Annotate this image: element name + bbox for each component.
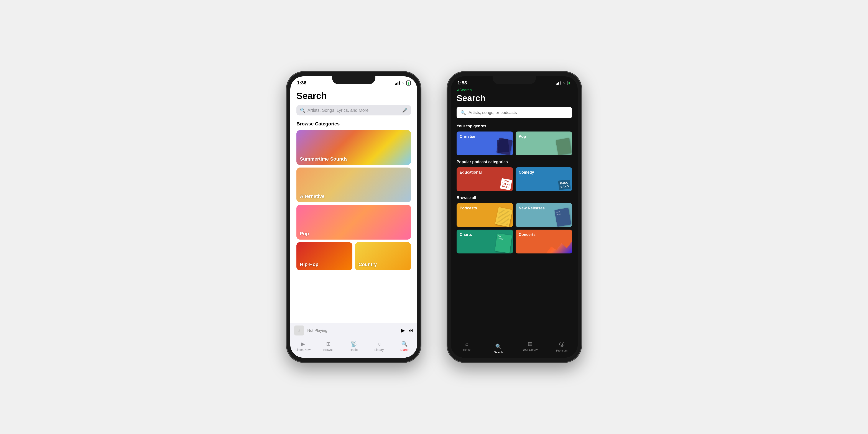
library-icon: ♫ <box>377 341 381 347</box>
category-hiphop[interactable]: Hip-Hop <box>297 242 352 270</box>
tab-search-label: Search <box>400 348 409 351</box>
sp-wifi-icon: ∿ <box>562 81 565 85</box>
sp-content: ◂ Search Search 🔍 Artists, songs, or pod… <box>451 88 578 258</box>
card-charts-label: Charts <box>460 232 472 237</box>
sp-tab-search-label: Search <box>494 351 503 354</box>
signal-icon <box>395 81 400 85</box>
apple-music-screen: 1:36 ∿ ▮ Search 🔍 Artists, Songs, Lyrics… <box>290 76 417 358</box>
back-arrow-icon: ◂ <box>457 88 459 92</box>
browse-all-label: Browse all <box>457 195 572 200</box>
category-summertime-label: Summertime Sounds <box>300 156 348 162</box>
sp-search-icon: 🔍 <box>461 110 466 115</box>
mini-player[interactable]: ♪ Not Playing ▶ ⏭ <box>290 323 417 338</box>
sp-tab-premium[interactable]: Ⓢ Premium <box>553 341 570 352</box>
battery-icon: ▮ <box>406 81 410 86</box>
microphone-icon: 🎤 <box>402 107 407 113</box>
search-icon: 🔍 <box>300 107 305 113</box>
wifi-icon: ∿ <box>401 81 405 85</box>
notch <box>493 76 536 84</box>
listen-now-icon: ▶ <box>301 341 305 347</box>
sp-search-tab-icon: 🔍 <box>495 343 502 349</box>
card-pop[interactable]: Pop <box>516 131 572 155</box>
am-content: Search 🔍 Artists, Songs, Lyrics, and Mor… <box>290 88 417 270</box>
tab-library-label: Library <box>374 348 384 351</box>
tab-listen-now[interactable]: ▶ Listen Now <box>294 341 312 351</box>
sp-tabbar: ⌂ Home 🔍 Search ▤ Your Library Ⓢ Premium <box>451 338 578 358</box>
card-comedy[interactable]: Comedy BANGBANG <box>516 167 572 191</box>
sp-status-icons: ∿ ▮ <box>556 81 571 85</box>
podcast-cats-label: Popular podcast categories <box>457 160 572 164</box>
sp-status-time: 1:53 <box>458 80 467 86</box>
tab-search[interactable]: 🔍 Search <box>396 341 413 351</box>
category-country[interactable]: Country <box>355 242 411 270</box>
sp-tab-library[interactable]: ▤ Your Library <box>522 341 539 351</box>
category-country-label: Country <box>359 262 377 267</box>
card-new-releases[interactable]: New Releases NewMusic <box>516 203 572 227</box>
card-concerts-label: Concerts <box>519 232 535 237</box>
sp-tab-premium-label: Premium <box>556 349 567 352</box>
ted-talks-badge: TEDTALKSDAILY <box>500 178 512 190</box>
status-time: 1:36 <box>297 80 306 86</box>
browse-all-grid: Podcasts New Releases NewMusic Charts To… <box>457 203 572 253</box>
tab-library[interactable]: ♫ Library <box>370 341 388 351</box>
spotify-phone: 1:53 ∿ ▮ ◂ Search Search 🔍 Artists, song… <box>447 72 582 362</box>
music-note-icon: ♪ <box>298 328 301 333</box>
category-pop[interactable]: Pop <box>297 205 411 240</box>
sp-title: Search <box>457 93 572 103</box>
card-comedy-label: Comedy <box>519 170 534 175</box>
sp-search-input[interactable]: Artists, songs, or podcasts <box>468 110 517 115</box>
sp-back-nav[interactable]: ◂ Search <box>457 88 572 92</box>
tab-listen-now-label: Listen Now <box>296 348 311 351</box>
search-tab-icon: 🔍 <box>401 341 408 347</box>
spotify-screen: 1:53 ∿ ▮ ◂ Search Search 🔍 Artists, song… <box>451 76 578 358</box>
sp-back-label: Search <box>459 88 472 92</box>
am-title: Search <box>297 91 411 101</box>
sp-signal-icon <box>556 81 560 85</box>
am-search-input[interactable]: Artists, Songs, Lyrics, and More <box>308 108 400 113</box>
charts-card-art: TopGlobal <box>495 234 512 253</box>
mini-player-artwork: ♪ <box>294 326 304 336</box>
home-icon: ⌂ <box>465 341 468 347</box>
category-alternative-label: Alternative <box>300 193 324 199</box>
category-alternative[interactable]: Alternative <box>297 167 411 202</box>
tab-radio[interactable]: 📡 Radio <box>345 341 362 351</box>
card-charts[interactable]: Charts TopGlobal <box>457 229 513 253</box>
card-educational[interactable]: Educational TEDTALKSDAILY <box>457 167 513 191</box>
sp-tab-library-label: Your Library <box>523 348 538 351</box>
sp-premium-icon: Ⓢ <box>559 341 564 348</box>
christian-card-art2 <box>497 139 509 153</box>
sp-search-bar[interactable]: 🔍 Artists, songs, or podcasts <box>457 107 572 118</box>
am-tabbar: ▶ Listen Now ⊞ Browse 📡 Radio ♫ Library … <box>290 338 417 358</box>
tab-browse-label: Browse <box>323 348 334 351</box>
sp-tab-home[interactable]: ⌂ Home <box>458 341 475 351</box>
card-christian-label: Christian <box>460 134 476 139</box>
card-concerts[interactable]: Concerts <box>516 229 572 253</box>
top-genres-label: Your top genres <box>457 124 572 128</box>
am-categories: Summertime Sounds Alternative Pop Hip-Ho… <box>297 130 411 270</box>
category-pop-label: Pop <box>300 231 309 237</box>
card-new-releases-label: New Releases <box>519 206 545 211</box>
mini-player-controls: ▶ ⏭ <box>401 328 413 333</box>
tab-browse[interactable]: ⊞ Browse <box>320 341 337 351</box>
podcasts-card-art <box>495 207 512 227</box>
sp-library-icon: ▤ <box>528 341 533 347</box>
category-summertime[interactable]: Summertime Sounds <box>297 130 411 165</box>
tab-radio-label: Radio <box>350 348 358 351</box>
fast-forward-button[interactable]: ⏭ <box>408 328 413 333</box>
comedy-badge: BANGBANG <box>558 180 571 190</box>
top-genres-grid: Christian Pop <box>457 131 572 155</box>
browse-icon: ⊞ <box>326 341 331 347</box>
sp-tab-search[interactable]: 🔍 Search <box>490 341 507 354</box>
am-search-bar[interactable]: 🔍 Artists, Songs, Lyrics, and More 🎤 <box>297 105 411 116</box>
pop-card-art <box>556 138 571 155</box>
podcast-cats-grid: Educational TEDTALKSDAILY Comedy BANGBAN… <box>457 167 572 191</box>
concerts-card-art <box>546 236 572 253</box>
am-category-row: Hip-Hop Country <box>297 242 411 270</box>
card-christian[interactable]: Christian <box>457 131 513 155</box>
sp-battery-icon: ▮ <box>567 81 571 85</box>
radio-icon: 📡 <box>350 341 357 347</box>
category-hiphop-label: Hip-Hop <box>300 262 318 267</box>
status-icons: ∿ ▮ <box>395 81 410 86</box>
card-podcasts[interactable]: Podcasts <box>457 203 513 227</box>
play-button[interactable]: ▶ <box>401 328 405 333</box>
